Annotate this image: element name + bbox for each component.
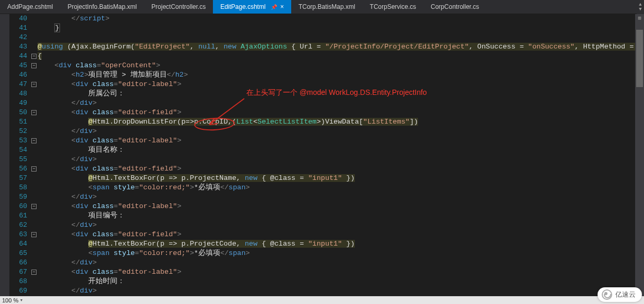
fold-toggle[interactable]: − (30, 202, 38, 211)
code-line[interactable]: <div class="editor-field"> (38, 230, 644, 239)
fold-toggle[interactable]: − (30, 230, 38, 239)
tab-addpage-cshtml[interactable]: AddPage.cshtml (0, 0, 60, 14)
code-line[interactable]: 所属公司： (38, 89, 644, 99)
code-line[interactable]: <span style="color:red;">*必填项</span> (38, 249, 644, 258)
line-number[interactable]: 46 (9, 70, 27, 80)
code-line[interactable]: 开始时间： (38, 277, 644, 286)
line-number[interactable]: 57 (9, 174, 27, 183)
line-number[interactable]: 54 (9, 145, 27, 155)
line-number[interactable]: 44 (9, 52, 27, 61)
code-line[interactable]: <div class="editor-label"> (38, 202, 644, 211)
code-line[interactable]: </div> (38, 286, 644, 296)
split-view-icon[interactable]: ▥ (635, 14, 644, 21)
tab-projectinfo-batismap-xml[interactable]: ProjectInfo.BatisMap.xml (60, 0, 144, 14)
line-number[interactable]: 69 (9, 286, 27, 296)
code-line[interactable]: <span style="color:red;">*必填项</span> (38, 183, 644, 192)
fold-toggle[interactable]: − (30, 164, 38, 174)
breakpoint-margin[interactable] (0, 14, 9, 296)
close-icon[interactable]: × (280, 3, 284, 10)
line-number[interactable]: 63 (9, 230, 27, 239)
line-number[interactable]: 40 (9, 14, 27, 23)
code-line[interactable]: <div class="editor-label"> (38, 80, 644, 89)
line-number[interactable]: 43 (9, 42, 27, 52)
code-line[interactable]: </div> (38, 221, 644, 230)
line-number[interactable]: 59 (9, 192, 27, 202)
line-number[interactable]: 49 (9, 99, 27, 108)
line-number[interactable]: 65 (9, 249, 27, 258)
fold-toggle[interactable]: − (30, 136, 38, 145)
code-line[interactable]: <div class="editor-label"> (38, 267, 644, 277)
code-line[interactable]: <div class="operContent"> (38, 61, 644, 70)
tab-corpcontroller-cs[interactable]: CorpController.cs (423, 0, 486, 14)
line-number[interactable]: 47 (9, 80, 27, 89)
fold-toggle[interactable]: − (30, 52, 38, 61)
line-number[interactable]: 50 (9, 108, 27, 117)
code-line[interactable]: <h2>项目管理 > 增加新项目</h2> (38, 70, 644, 80)
code-editor[interactable]: 4041424344454647484950515253545556575859… (0, 14, 644, 296)
line-number[interactable]: 42 (9, 33, 27, 42)
code-line[interactable]: </div> (38, 127, 644, 136)
watermark-logo-icon (602, 289, 612, 300)
line-number[interactable]: 52 (9, 127, 27, 136)
line-number[interactable]: 58 (9, 183, 27, 192)
line-number[interactable]: 56 (9, 164, 27, 174)
zoom-dropdown-icon[interactable]: ▾ (20, 298, 22, 302)
fold-toggle (30, 174, 38, 183)
fold-toggle (30, 89, 38, 99)
tab-tcorp-batismap-xml[interactable]: TCorp.BatisMap.xml (291, 0, 363, 14)
tab-overflow-button[interactable]: ▲▼ (637, 0, 644, 14)
code-line[interactable]: <div class="editor-label"> (38, 136, 644, 145)
tab-projectcontroller-cs[interactable]: ProjectController.cs (144, 0, 213, 14)
tab-label: AddPage.cshtml (7, 3, 53, 10)
line-number[interactable]: 51 (9, 117, 27, 127)
tab-label: ProjectController.cs (151, 3, 206, 10)
code-line[interactable]: </div> (38, 99, 644, 108)
code-line[interactable]: 项目名称： (38, 145, 644, 155)
code-line[interactable]: </div> (38, 258, 644, 267)
code-line[interactable]: { (38, 52, 644, 61)
code-line[interactable] (38, 33, 644, 42)
code-area[interactable]: </script> }@using (Ajax.BeginForm("EditP… (38, 14, 644, 296)
fold-toggle[interactable]: − (30, 61, 38, 70)
code-line[interactable]: } (38, 23, 644, 33)
line-number[interactable]: 45 (9, 61, 27, 70)
line-number[interactable]: 55 (9, 155, 27, 164)
code-line[interactable]: 项目编号： (38, 211, 644, 221)
line-number[interactable]: 41 (9, 23, 27, 33)
line-number[interactable]: 61 (9, 211, 27, 221)
code-line[interactable]: </div> (38, 192, 644, 202)
code-line[interactable]: @Html.TextBoxFor(p => p.ProjectCode, new… (38, 239, 644, 249)
fold-toggle (30, 277, 38, 286)
code-line[interactable]: </div> (38, 155, 644, 164)
line-number[interactable]: 60 (9, 202, 27, 211)
fold-toggle[interactable]: − (30, 108, 38, 117)
code-line[interactable]: <div class="editor-field"> (38, 164, 644, 174)
code-line[interactable]: <div class="editor-field"> (38, 108, 644, 117)
fold-toggle (30, 117, 38, 127)
fold-toggle (30, 183, 38, 192)
vertical-scrollbar[interactable]: ▥ ▾ (635, 14, 644, 296)
fold-toggle (30, 192, 38, 202)
tab-tcorpservice-cs[interactable]: TCorpService.cs (363, 0, 424, 14)
line-number[interactable]: 48 (9, 89, 27, 99)
scrollbar-thumb[interactable] (636, 30, 643, 87)
code-line[interactable]: </script> (38, 14, 644, 23)
fold-toggle (30, 42, 38, 52)
line-number[interactable]: 67 (9, 267, 27, 277)
line-number[interactable]: 64 (9, 239, 27, 249)
line-number[interactable]: 62 (9, 221, 27, 230)
line-number[interactable]: 66 (9, 258, 27, 267)
outline-fold-gutter[interactable]: −−−−−−−−− (30, 14, 38, 296)
code-line[interactable]: @Html.DropDownListFor(p=>p.CorpID,(List<… (38, 117, 644, 127)
pin-icon[interactable]: 📌 (271, 4, 277, 10)
line-number-gutter[interactable]: 4041424344454647484950515253545556575859… (9, 14, 30, 296)
zoom-level[interactable]: 100 % (2, 297, 18, 303)
code-line[interactable]: @Html.TextBoxFor(p => p.ProjectName, new… (38, 174, 644, 183)
fold-toggle[interactable]: − (30, 267, 38, 277)
line-number[interactable]: 68 (9, 277, 27, 286)
tab-editpage-cshtml[interactable]: EditPage.cshtml📌× (213, 0, 291, 14)
code-line[interactable]: @using (Ajax.BeginForm("EditProject", nu… (38, 42, 644, 52)
fold-toggle[interactable]: − (30, 80, 38, 89)
line-number[interactable]: 53 (9, 136, 27, 145)
tab-label: EditPage.cshtml (220, 3, 266, 10)
